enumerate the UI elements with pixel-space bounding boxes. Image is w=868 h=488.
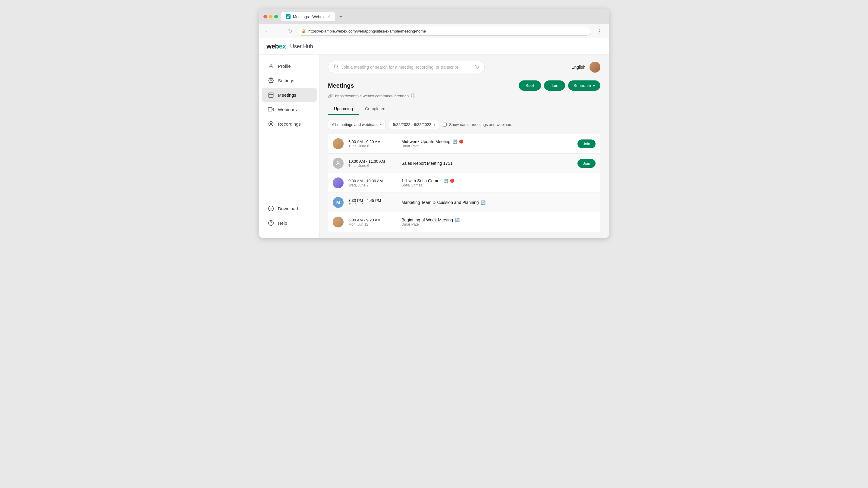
language-selector[interactable]: English bbox=[571, 65, 585, 70]
sidebar-item-settings[interactable]: Settings bbox=[261, 73, 317, 87]
chevron-down-icon: ▾ bbox=[380, 123, 381, 126]
meeting-date: Tues, June 6 bbox=[348, 164, 397, 168]
sidebar-item-meetings[interactable]: Meetings bbox=[261, 88, 317, 102]
sidebar-item-help[interactable]: Help bbox=[261, 216, 317, 230]
meeting-info: Beginning of Week Meeting 🔄 Umar Patel bbox=[401, 218, 595, 227]
sidebar-item-recordings[interactable]: Recordings bbox=[261, 117, 317, 131]
svg-point-0 bbox=[270, 64, 272, 66]
search-input[interactable]: Join a meeting or search for a meeting, … bbox=[341, 65, 472, 70]
date-range-label: 5/22/2022 - 6/22/2022 bbox=[393, 122, 431, 127]
avatar: M bbox=[333, 197, 344, 208]
sidebar-item-label: Download bbox=[278, 206, 298, 211]
sidebar-item-label: Help bbox=[278, 221, 287, 226]
show-earlier-checkbox[interactable] bbox=[443, 123, 447, 127]
recurring-icon: 🔄 bbox=[481, 200, 486, 205]
svg-rect-7 bbox=[268, 107, 272, 111]
app-body: Profile Settings Meetings bbox=[259, 55, 609, 238]
minimize-dot[interactable] bbox=[269, 15, 273, 19]
schedule-button[interactable]: Schedule ▾ bbox=[568, 80, 600, 91]
meeting-time: 9:30 AM - 10:30 AM Wed, June 7 bbox=[348, 178, 397, 187]
meeting-date: Wed, June 7 bbox=[348, 183, 397, 187]
table-row: 9:30 AM - 10:30 AM Wed, June 7 1:1 with … bbox=[328, 173, 600, 193]
show-earlier-label: Show earlier meetings and webinars bbox=[449, 122, 513, 127]
svg-point-14 bbox=[334, 65, 338, 68]
meeting-type-filter[interactable]: All meetings and webinars ▾ bbox=[328, 120, 385, 129]
sidebar-item-webinars[interactable]: Webinars bbox=[261, 102, 317, 116]
settings-icon bbox=[268, 77, 274, 84]
url-info-icon: ⓘ bbox=[411, 93, 415, 98]
link-icon: 🔗 bbox=[328, 94, 333, 98]
table-row: 10:30 AM - 11:30 AM Tues, June 6 Sales R… bbox=[328, 154, 600, 173]
start-button[interactable]: Start bbox=[519, 80, 541, 91]
header-right: English bbox=[571, 62, 600, 73]
join-meeting-button[interactable]: Join bbox=[578, 139, 595, 148]
time-range: 9:30 AM - 10:30 AM bbox=[348, 178, 397, 183]
search-bar[interactable]: Join a meeting or search for a meeting, … bbox=[328, 61, 485, 73]
meeting-host: Umar Patel bbox=[401, 222, 595, 227]
info-icon: ⓘ bbox=[475, 64, 479, 70]
sidebar-bottom: Download Help bbox=[259, 197, 319, 234]
avatar-image bbox=[590, 62, 600, 73]
time-range: 6:00 AM - 9:20 AM bbox=[348, 218, 397, 222]
tab-upcoming[interactable]: Upcoming bbox=[328, 103, 359, 115]
sidebar-item-label: Settings bbox=[278, 78, 294, 83]
browser-toolbar: ← → ↻ 🔒 https://example.webex.com/webapp… bbox=[259, 24, 609, 38]
more-options-button[interactable]: ⋮ bbox=[594, 27, 604, 36]
app-logo: webex User Hub bbox=[267, 42, 313, 50]
recordings-icon bbox=[268, 121, 274, 127]
meeting-name: Mid-week Update Meeting 🔄 🔴 bbox=[401, 139, 572, 144]
date-range-filter[interactable]: 5/22/2022 - 6/22/2022 ▾ bbox=[389, 120, 439, 129]
forward-button[interactable]: → bbox=[275, 27, 283, 35]
avatar bbox=[333, 177, 344, 188]
webinars-icon bbox=[268, 106, 274, 113]
meeting-name: Beginning of Week Meeting 🔄 bbox=[401, 218, 595, 222]
time-range: 10:30 AM - 11:30 AM bbox=[348, 159, 397, 164]
fullscreen-dot[interactable] bbox=[274, 15, 278, 19]
join-button[interactable]: Join bbox=[544, 80, 565, 91]
svg-point-1 bbox=[270, 80, 272, 82]
sidebar: Profile Settings Meetings bbox=[259, 55, 319, 238]
meeting-host: Sofia Gomez bbox=[401, 183, 595, 187]
table-row: 6:00 AM - 9:20 AM Mon, Jun 12 Beginning … bbox=[328, 213, 600, 232]
filters: All meetings and webinars ▾ 5/22/2022 - … bbox=[328, 120, 600, 129]
tab-completed[interactable]: Completed bbox=[359, 103, 392, 115]
new-tab-button[interactable]: + bbox=[338, 13, 344, 20]
sidebar-item-download[interactable]: Download bbox=[261, 201, 317, 216]
sidebar-item-label: Webinars bbox=[278, 107, 297, 112]
meeting-info: 1:1 with Sofia Gomez 🔄 🔴 Sofia Gomez bbox=[401, 178, 595, 187]
meeting-type-label: All meetings and webinars bbox=[332, 122, 378, 127]
tab-close-button[interactable]: ✕ bbox=[327, 14, 330, 19]
meetings-header: Meetings Start Join Schedule ▾ bbox=[328, 80, 600, 91]
address-bar[interactable]: 🔒 https://example.webex.com/webappng/sit… bbox=[297, 27, 591, 36]
tab-title: Meetings - Webex bbox=[293, 14, 324, 19]
user-avatar[interactable] bbox=[590, 62, 600, 73]
meeting-name: Marketing Team Discussion and Planning 🔄 bbox=[401, 200, 595, 205]
app-container: webex User Hub Profile bbox=[259, 38, 609, 238]
svg-marker-6 bbox=[272, 108, 274, 110]
meeting-name: Sales Report Meeting 1751 bbox=[401, 161, 572, 166]
meeting-date: Tues, June 6 bbox=[348, 144, 397, 148]
refresh-button[interactable]: ↻ bbox=[286, 27, 294, 35]
join-meeting-button[interactable]: Join bbox=[578, 159, 595, 168]
meeting-date: Fri, Jun 9 bbox=[348, 203, 397, 207]
meeting-info: Sales Report Meeting 1751 bbox=[401, 161, 572, 166]
meeting-url-text: https://example.webex.com/meet/ibrennan bbox=[335, 94, 409, 98]
meeting-url: 🔗 https://example.webex.com/meet/ibrenna… bbox=[328, 93, 600, 98]
browser-controls bbox=[264, 15, 278, 19]
meeting-tabs: Upcoming Completed bbox=[328, 103, 600, 115]
download-icon bbox=[268, 205, 274, 212]
meeting-date: Mon, Jun 12 bbox=[348, 222, 397, 227]
meeting-info: Mid-week Update Meeting 🔄 🔴 Umar Patel bbox=[401, 139, 572, 148]
sidebar-item-profile[interactable]: Profile bbox=[261, 59, 317, 73]
sidebar-item-label: Recordings bbox=[278, 121, 301, 127]
sidebar-item-label: Profile bbox=[278, 64, 291, 69]
svg-line-15 bbox=[337, 67, 338, 68]
browser-tab[interactable]: W Meetings - Webex ✕ bbox=[281, 12, 335, 21]
back-button[interactable]: ← bbox=[264, 27, 272, 35]
avatar bbox=[333, 138, 344, 149]
meeting-time: 6:00 AM - 9:20 AM Tues, June 6 bbox=[348, 139, 397, 148]
show-earlier-checkbox-label[interactable]: Show earlier meetings and webinars bbox=[443, 122, 513, 127]
close-dot[interactable] bbox=[264, 15, 267, 19]
tab-favicon: W bbox=[286, 14, 290, 19]
meeting-time: 3:30 PM - 4:45 PM Fri, Jun 9 bbox=[348, 198, 397, 207]
